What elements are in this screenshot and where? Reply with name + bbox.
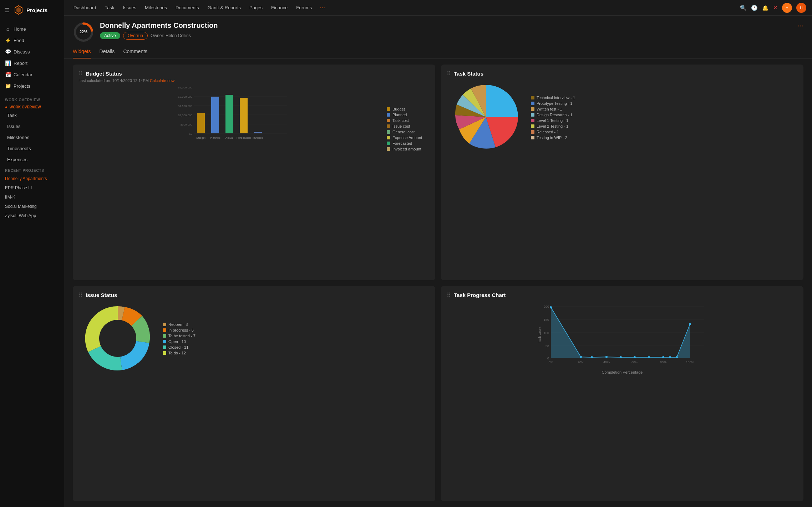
topnav-more[interactable]: ··· [317,4,328,11]
sidebar-item-expenses[interactable]: Expenses [0,154,64,165]
budget-bar-chart: $2,500,000 $2,000,000 $1,500,000 $1,000,… [78,87,381,144]
svg-text:Invoiced: Invoiced [253,136,263,139]
sidebar-item-discuss[interactable]: 💬 Discuss [0,46,64,57]
svg-point-36 [580,356,582,358]
bar-budget [197,113,205,133]
svg-text:$1,500,000: $1,500,000 [178,104,193,108]
task-legend-level2: Level 2 Testing - 1 [531,124,575,128]
sidebar-expenses-label: Expenses [7,157,27,162]
sidebar-item-task[interactable]: Task [0,110,64,121]
svg-text:Forecasted: Forecasted [237,136,251,139]
work-overview-indicator: WORK OVERVIEW [10,105,41,109]
topnav-dashboard[interactable]: Dashboard [70,0,100,15]
svg-text:80%: 80% [660,360,666,364]
bell-icon[interactable]: 🔔 [762,5,769,11]
topnav-gantt[interactable]: Gantt & Reports [204,0,244,15]
svg-text:$500,000: $500,000 [181,123,193,126]
sidebar-milestones-label: Milestones [7,135,29,140]
svg-point-39 [620,356,622,358]
badge-overrun[interactable]: Overrun [123,32,148,40]
svg-point-35 [550,306,552,308]
task-legend-wip: Testing in WIP - 2 [531,135,575,140]
sidebar-item-milestones[interactable]: Milestones [0,132,64,143]
calendar-icon: 📅 [5,72,11,77]
svg-text:Budget: Budget [196,136,205,139]
sidebar-item-report[interactable]: 📊 Report [0,57,64,69]
sidebar-timesheets-label: Timesheets [7,146,31,151]
issue-status-widget: ⠿ Issue Status [73,286,435,502]
topnav-forums[interactable]: Forums [293,0,315,15]
svg-text:0: 0 [547,357,549,360]
recent-project-donnelly[interactable]: Donnelly Appartments [0,174,64,183]
topnav-task[interactable]: Task [101,0,118,15]
progress-text: 22% [80,30,87,34]
tab-widgets[interactable]: Widgets [73,46,91,58]
user-avatar[interactable]: H [796,3,806,13]
issue-legend-todo: To do - 12 [163,351,196,355]
recent-projects-section: RECENT PROJECTS [0,165,64,174]
sidebar-item-projects[interactable]: 📁 Projects [0,80,64,92]
calculate-now-link[interactable]: Calculate now [150,78,174,83]
tab-comments[interactable]: Comments [123,46,147,58]
recent-project-epr[interactable]: EPR Phase III [0,183,64,193]
sidebar-item-feed-label: Feed [14,38,24,43]
svg-point-42 [662,356,664,358]
task-progress-header: ⠿ Task Progress Chart [447,292,798,298]
drag-icon-task[interactable]: ⠿ [447,70,451,77]
recent-project-zylsoft[interactable]: Zylsoft Web App [0,211,64,220]
topnav-issues[interactable]: Issues [119,0,140,15]
svg-text:Actual: Actual [225,136,233,139]
sidebar-item-issues[interactable]: Issues [0,121,64,132]
drag-icon[interactable]: ⠿ [78,70,83,77]
issue-legend-open: Open - 10 [163,339,196,344]
drag-icon-progress[interactable]: ⠿ [447,292,451,298]
sidebar-item-timesheets[interactable]: Timesheets [0,143,64,154]
svg-text:150: 150 [544,318,549,322]
legend-issuecost: Issue cost [387,124,430,128]
svg-point-43 [669,356,671,358]
topnav-pages[interactable]: Pages [246,0,266,15]
search-icon[interactable]: 🔍 [740,5,747,11]
hamburger-icon[interactable]: ☰ [4,7,9,14]
svg-point-44 [676,356,678,358]
issue-legend-tobetested: To be tested - 7 [163,334,196,338]
badge-active[interactable]: Active [100,32,120,39]
project-menu-button[interactable]: ··· [797,21,803,30]
sidebar: ☰ Projects ⌂ Home ⚡ Feed 💬 Discuss 📊 Rep… [0,0,64,507]
task-widget-title: Task Status [454,71,483,77]
app-title: Projects [26,7,47,13]
svg-text:60%: 60% [631,360,638,364]
svg-text:40%: 40% [603,360,610,364]
svg-text:200: 200 [544,305,549,308]
budget-widget-subtitle: Last calculated on: 10/14/2020 12:14PM C… [78,78,430,83]
main-content: Dashboard Task Issues Milestones Documen… [64,0,812,507]
task-legend-proto: Prototype Testing - 1 [531,101,575,106]
sidebar-issues-label: Issues [7,124,21,129]
topnav-milestones[interactable]: Milestones [141,0,171,15]
legend-planned: Planned [387,113,430,117]
task-progress-chart: 200 150 100 50 0 Task Count [447,303,798,367]
feed-icon: ⚡ [5,37,11,43]
tab-details[interactable]: Details [100,46,115,58]
task-legend-tech: Technical interview - 1 [531,96,575,100]
drag-icon-issue[interactable]: ⠿ [78,292,83,298]
svg-marker-1 [16,7,21,13]
close-icon[interactable]: ✕ [773,5,778,11]
topnav-documents[interactable]: Documents [172,0,203,15]
recent-project-social[interactable]: Social Marketing [0,202,64,211]
bar-invoiced [254,132,262,133]
topnav-finance[interactable]: Finance [268,0,291,15]
budget-widget-title: Budget Status [86,71,122,77]
sidebar-item-feed[interactable]: ⚡ Feed [0,35,64,46]
clock-icon[interactable]: 🕐 [751,5,758,11]
budget-legend: Budget Planned Task cost Issue cost [387,107,430,151]
report-icon: 📊 [5,60,11,66]
sidebar-item-home[interactable]: ⌂ Home [0,23,64,35]
svg-text:0%: 0% [548,360,553,364]
sidebar-item-calendar[interactable]: 📅 Calendar [0,69,64,80]
app-logo [14,5,24,15]
work-overview-section: WORK OVERVIEW [0,94,64,103]
notification-badge[interactable]: + [782,3,792,13]
project-badges: Active Overrun Owner: Helen Collins [100,32,792,40]
recent-project-iimk[interactable]: IIM-K [0,193,64,202]
